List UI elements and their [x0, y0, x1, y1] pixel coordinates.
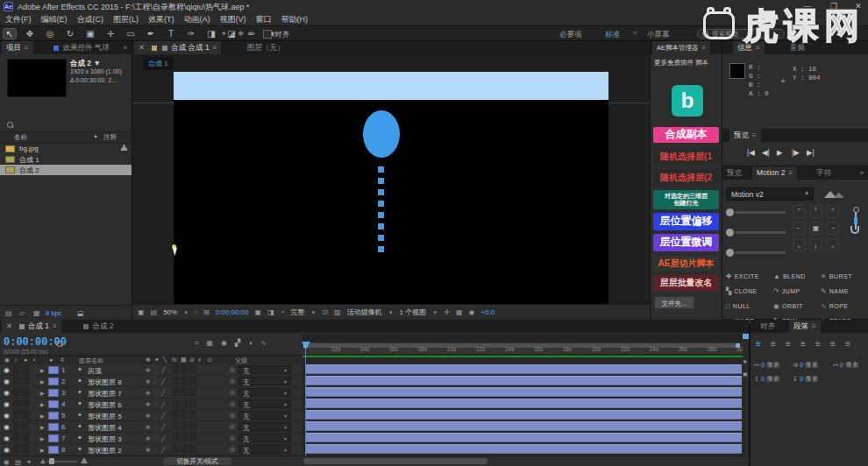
switch-cell[interactable]	[189, 422, 196, 430]
motion-tool-burst[interactable]: ✳BURST	[821, 266, 868, 278]
collapse-icon[interactable]: ❋	[146, 367, 150, 374]
align-button-5[interactable]: ≡	[830, 339, 836, 349]
label-color-box[interactable]	[48, 389, 59, 397]
menu-item-4[interactable]: 效果(T)	[148, 14, 174, 25]
tab-preview[interactable]: 预览≡	[729, 129, 761, 142]
maximize-button[interactable]: ❐	[826, 1, 842, 11]
horizontal-scrollbar[interactable]	[303, 458, 487, 464]
parent-dropdown[interactable]: 无▼	[238, 445, 291, 454]
align-button-3[interactable]: ≡	[800, 339, 806, 349]
timeline-toggle-icon-2[interactable]: ◉	[221, 339, 227, 347]
expand-arrow-icon[interactable]: ▶	[40, 447, 45, 453]
project-item-合成 1[interactable]: 合成 1	[0, 154, 132, 165]
anchor-icon[interactable]	[850, 207, 861, 238]
project-columns-header[interactable]: 名称 ▲ 注释	[0, 131, 132, 144]
menu-item-7[interactable]: 窗口	[256, 14, 272, 25]
script-button-0[interactable]: 合成副本	[653, 127, 719, 143]
clone-stamp-tool[interactable]: ◨	[205, 29, 217, 39]
audio-cell[interactable]	[13, 399, 20, 407]
eye-icon[interactable]: ◉	[4, 400, 10, 408]
align-button-1[interactable]: ≡	[771, 339, 776, 349]
view-layout-caret[interactable]: ▼	[432, 310, 438, 315]
audio-cell[interactable]	[13, 445, 20, 453]
tab-info[interactable]: 信息≡	[733, 41, 765, 54]
toggle-switches-button[interactable]: 切换开关/模式	[163, 457, 231, 465]
expand-arrow-icon[interactable]: ▶	[40, 378, 45, 385]
switch-cell[interactable]	[181, 399, 188, 407]
pixel-aspect-icon[interactable]: ✛	[444, 308, 450, 316]
label-color-box[interactable]	[48, 423, 59, 431]
quality-slash-icon[interactable]: ╱	[161, 424, 165, 431]
quality-slash-icon[interactable]: ╱	[161, 367, 165, 374]
playhead[interactable]	[302, 342, 310, 349]
layer-row-8[interactable]: ◉▶8✦形状图层 2❋◌╱◎无▼	[0, 444, 302, 455]
parent-dropdown[interactable]: 无▼	[238, 434, 291, 442]
layer-name[interactable]: 形状图层 4	[88, 423, 122, 433]
exposure-icon[interactable]: ◉	[468, 308, 474, 316]
script-button-3[interactable]: 对选定的三维层 创建灯光	[653, 190, 719, 209]
menu-item-3[interactable]: 图层(L)	[113, 14, 139, 25]
align-button-2[interactable]: ≡	[786, 339, 791, 349]
panel-menu-icon[interactable]: ≡	[756, 44, 760, 52]
view-layout-value[interactable]: 1 个视图	[400, 307, 427, 317]
snap-checkbox[interactable]	[263, 30, 272, 39]
layer-row-7[interactable]: ◉▶7✦形状图层 3❋◌╱◎无▼	[0, 433, 302, 444]
lock-cell[interactable]	[22, 365, 29, 373]
align-button-6[interactable]: ≡	[845, 339, 850, 349]
eye-icon[interactable]: ◉	[4, 423, 10, 431]
pan-behind-tool[interactable]: ✛	[104, 29, 117, 39]
tab-effect-controls[interactable]: 效果控件 气球	[47, 41, 114, 54]
quality-icon[interactable]: ◌	[153, 378, 157, 385]
anchor-cell-1[interactable]: ╵	[809, 205, 822, 218]
layer-row-3[interactable]: ◉▶3✦形状图层 7❋◌╱◎无▼	[0, 387, 302, 399]
tab-overflow-icon[interactable]: »	[855, 166, 868, 180]
align-button-0[interactable]: ≡	[756, 339, 761, 349]
slider-track-1[interactable]	[735, 231, 786, 234]
anchor-cell-4[interactable]: ▣	[809, 222, 822, 235]
motion-tool-null[interactable]: □NULL	[726, 296, 773, 307]
interpret-footage-icon[interactable]: ▤	[5, 309, 12, 317]
layer-bar-1[interactable]	[306, 364, 742, 374]
anchor-cell-3[interactable]: ╴	[793, 222, 806, 235]
collapse-icon[interactable]: ❋	[146, 424, 150, 431]
script-button-4[interactable]: 层位置偏移	[653, 213, 719, 230]
eye-icon[interactable]: ◉	[4, 412, 10, 420]
region-of-interest-icon[interactable]: ⊡	[322, 308, 328, 316]
edge-icon-1[interactable]: ▣	[743, 371, 748, 377]
menu-item-6[interactable]: 视图(V)	[220, 14, 246, 25]
eye-icon[interactable]: ◉	[4, 378, 10, 385]
menu-item-5[interactable]: 动画(A)	[184, 14, 210, 25]
switch-cell[interactable]	[181, 411, 188, 419]
motion-tool-name[interactable]: ✎NAME	[821, 281, 868, 293]
switch-cell[interactable]	[172, 377, 179, 385]
tab-comp1-timeline[interactable]: ✕ 合成 1≡	[2, 320, 61, 333]
timeline-toggle-icon-0[interactable]: ≈	[195, 339, 198, 347]
project-search-icon[interactable]	[7, 122, 13, 128]
slider-knob-0[interactable]	[726, 208, 734, 216]
scripts-header-text[interactable]: 更多免费插件 脚本	[654, 59, 708, 67]
switch-cell[interactable]	[189, 388, 196, 396]
timeline-toggle-icon-3[interactable]: ▞	[235, 339, 240, 347]
folder-button[interactable]: 文件夹...	[654, 296, 694, 309]
roi-icon[interactable]: ▫	[195, 308, 197, 316]
switch-cell[interactable]	[189, 411, 196, 419]
collapse-icon[interactable]: ❋	[146, 435, 150, 442]
grid-guides-icon[interactable]: ⊞	[203, 308, 210, 316]
motion-tool-orbit[interactable]: ◉ORBIT	[773, 296, 821, 307]
layer-bar-6[interactable]	[306, 421, 742, 431]
indent-field-2[interactable]: ↤0 像素	[833, 355, 858, 371]
quality-slash-icon[interactable]: ╱	[161, 435, 165, 442]
preview-timecode[interactable]: 0:00:00:00	[216, 308, 249, 316]
expand-arrow-icon[interactable]: ▶	[40, 390, 45, 396]
expand-arrow-icon[interactable]: ▶	[40, 401, 45, 407]
timeline-toggle-icon-1[interactable]: ▦	[206, 339, 213, 347]
expand-arrow-icon[interactable]: ▶	[40, 413, 45, 419]
switch-cell[interactable]	[189, 399, 196, 407]
camera-caret[interactable]: ▼	[388, 310, 394, 315]
next-frame-button[interactable]: |▶	[792, 148, 800, 157]
quality-icon[interactable]: ◌	[153, 447, 157, 453]
lock-cell[interactable]	[22, 434, 29, 441]
brush-tool[interactable]: ✑	[185, 29, 197, 39]
roto-brush-tool[interactable]: ✏	[245, 29, 258, 39]
quality-icon[interactable]: ◌	[153, 435, 157, 441]
